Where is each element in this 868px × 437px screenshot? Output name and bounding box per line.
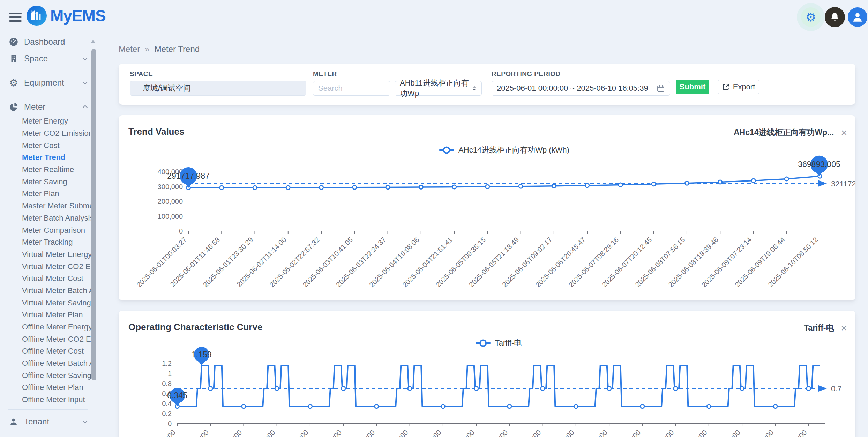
svg-text:321172.73: 321172.73: [831, 179, 855, 188]
gauge-icon: [8, 37, 19, 47]
svg-text:12:00:00: 12:00:00: [651, 428, 675, 437]
svg-text:00:00:00: 00:00:00: [618, 428, 642, 437]
svg-text:0: 0: [179, 227, 183, 235]
sidebar-divider: [8, 71, 88, 71]
svg-text:0: 0: [168, 420, 172, 428]
sidebar-item-meter-saving[interactable]: Meter Saving: [0, 176, 98, 188]
settings-gear-icon: ⚙: [806, 11, 816, 23]
sidebar-item-meter-comparison[interactable]: Meter Comparison: [0, 224, 98, 236]
sidebar-item-offline-meter-batch-analysis[interactable]: Offline Meter Batch Analysis: [0, 357, 98, 370]
space-select[interactable]: 一度城/调试空间: [130, 81, 306, 96]
space-filter-group: SPACE 一度城/调试空间: [130, 70, 306, 96]
period-label: REPORTING PERIOD: [492, 70, 670, 78]
sidebar-item-offline-meter-saving[interactable]: Offline Meter Saving: [0, 369, 98, 382]
svg-text:200,000: 200,000: [158, 198, 183, 205]
svg-text:0.8: 0.8: [162, 380, 172, 387]
svg-text:00:00:00: 00:00:00: [750, 428, 775, 437]
user-avatar[interactable]: [848, 7, 867, 27]
meter-select[interactable]: AHb11进线柜正向有功Wp: [395, 81, 482, 96]
sidebar-item-offline-meter-co2-emissions[interactable]: Offline Meter CO2 Emissions: [0, 333, 98, 345]
sidebar-item-meter-batch-analysis[interactable]: Meter Batch Analysis: [0, 212, 98, 224]
notifications-button[interactable]: [825, 7, 845, 27]
breadcrumb-separator: »: [145, 44, 149, 54]
person-icon: [8, 417, 19, 426]
svg-text:0.2: 0.2: [162, 410, 172, 417]
sidebar-item-meter-trend[interactable]: Meter Trend: [0, 151, 98, 164]
sidebar-item-offline-meter-input[interactable]: Offline Meter Input: [0, 394, 98, 406]
svg-text:12:00:00: 12:00:00: [717, 428, 742, 437]
sidebar-item-equipment[interactable]: ⚙Equipment: [0, 74, 98, 91]
export-icon: [722, 83, 730, 91]
sidebar-item-meter[interactable]: Meter: [0, 98, 98, 115]
meter-search-input[interactable]: [313, 81, 390, 96]
sidebar-item-offline-meter-cost[interactable]: Offline Meter Cost: [0, 345, 98, 357]
svg-text:12:00:00: 12:00:00: [385, 428, 410, 437]
settings-button[interactable]: ⚙: [801, 7, 821, 27]
sidebar-item-meter-tracking[interactable]: Meter Tracking: [0, 236, 98, 249]
sidebar-item-virtual-meter-co2-emissions[interactable]: Virtual Meter CO2 Emissions: [0, 260, 98, 273]
svg-text:00:00:00: 00:00:00: [219, 428, 244, 437]
svg-text:100,000: 100,000: [158, 213, 183, 220]
pie-icon: [8, 102, 19, 112]
svg-text:0.7: 0.7: [831, 384, 842, 393]
menu-toggle-icon[interactable]: [9, 13, 22, 22]
svg-text:00:00:00: 00:00:00: [285, 428, 310, 437]
sidebar-item-tenant[interactable]: Tenant: [0, 413, 98, 430]
sidebar-scrollbar[interactable]: [91, 49, 96, 380]
sidebar-item-virtual-meter-plan[interactable]: Virtual Meter Plan: [0, 309, 98, 321]
tariff-tab-close-icon[interactable]: ×: [841, 323, 847, 333]
sidebar-item-offline-meter-plan[interactable]: Offline Meter Plan: [0, 382, 98, 394]
sidebar-item-meter-cost[interactable]: Meter Cost: [0, 139, 98, 151]
svg-text:1.2: 1.2: [162, 360, 172, 367]
main-content: Meter » Meter Trend SPACE 一度城/调试空间 METER…: [119, 34, 855, 437]
reporting-period-input[interactable]: 2025-06-01 00:00:00 ~ 2025-06-10 16:05:3…: [492, 81, 670, 96]
brand-name: MyEMS: [50, 6, 106, 25]
svg-text:00:00:00: 00:00:00: [684, 428, 709, 437]
sidebar-item-dashboard[interactable]: Dashboard: [0, 34, 98, 50]
svg-text:00:00:00: 00:00:00: [418, 428, 443, 437]
scrollbar-up-arrow-icon[interactable]: [91, 40, 96, 43]
svg-text:00:00:00: 00:00:00: [551, 428, 576, 437]
sidebar-item-virtual-meter-saving[interactable]: Virtual Meter Saving: [0, 297, 98, 309]
svg-text:12:00:00: 12:00:00: [185, 428, 210, 437]
submit-button[interactable]: Submit: [676, 80, 709, 94]
sidebar: DashboardSpace⚙EquipmentMeterMeter Energ…: [0, 34, 98, 437]
space-label: SPACE: [130, 70, 306, 78]
trend-line-chart: 400,000300,000200,000100,00002025-06-01T…: [119, 136, 855, 300]
sidebar-item-virtual-meter-energy[interactable]: Virtual Meter Energy: [0, 249, 98, 261]
sidebar-item-virtual-meter-cost[interactable]: Virtual Meter Cost: [0, 273, 98, 285]
sidebar-item-meter-realtime[interactable]: Meter Realtime: [0, 164, 98, 176]
sidebar-item-meter-co2-emissions[interactable]: Meter CO2 Emissions: [0, 127, 98, 140]
svg-text:300,000: 300,000: [158, 183, 183, 191]
svg-text:12:00:00: 12:00:00: [584, 428, 609, 437]
export-label: Export: [733, 82, 755, 91]
sidebar-divider: [8, 409, 88, 410]
tariff-tab-title: Tariff-电: [804, 323, 834, 333]
sidebar-item-virtual-meter-batch-analysis[interactable]: Virtual Meter Batch Analysis: [0, 285, 98, 297]
sidebar-item-master-meter-submeters-balance[interactable]: Master Meter Submeters Balance: [0, 200, 98, 212]
notification-bell-icon: [830, 12, 840, 22]
sidebar-item-space[interactable]: Space: [0, 50, 98, 67]
user-avatar-icon: [852, 11, 863, 23]
brand-logo[interactable]: MyEMS: [27, 6, 106, 26]
tariff-line-chart: 1.210.80.60.40.2000:00:0012:00:0000:00:0…: [119, 335, 855, 437]
svg-text:00:00:00: 00:00:00: [152, 428, 177, 437]
sidebar-nav: DashboardSpace⚙EquipmentMeterMeter Energ…: [0, 34, 98, 430]
svg-text:1.159: 1.159: [192, 350, 212, 359]
breadcrumb-current: Meter Trend: [155, 44, 200, 54]
sidebar-item-offline-meter-energy[interactable]: Offline Meter Energy: [0, 321, 98, 333]
updown-arrows-icon: [472, 85, 477, 92]
export-button[interactable]: Export: [718, 80, 760, 94]
svg-text:291717.987: 291717.987: [167, 171, 210, 180]
svg-text:12:00:00: 12:00:00: [318, 428, 343, 437]
svg-text:12:00:00: 12:00:00: [252, 428, 277, 437]
svg-text:0.4: 0.4: [162, 400, 172, 407]
tariff-card-tab: Tariff-电 ×: [804, 323, 847, 333]
trend-values-card: Trend Values AHc14进线柜正向有功Wp... × AHc14进线…: [119, 115, 855, 300]
building-icon: [8, 54, 19, 64]
sidebar-item-meter-plan[interactable]: Meter Plan: [0, 188, 98, 200]
breadcrumb-parent[interactable]: Meter: [119, 44, 140, 54]
gear-icon: ⚙: [8, 78, 19, 88]
sidebar-item-meter-energy[interactable]: Meter Energy: [0, 115, 98, 127]
myems-logo-icon: [27, 6, 47, 26]
